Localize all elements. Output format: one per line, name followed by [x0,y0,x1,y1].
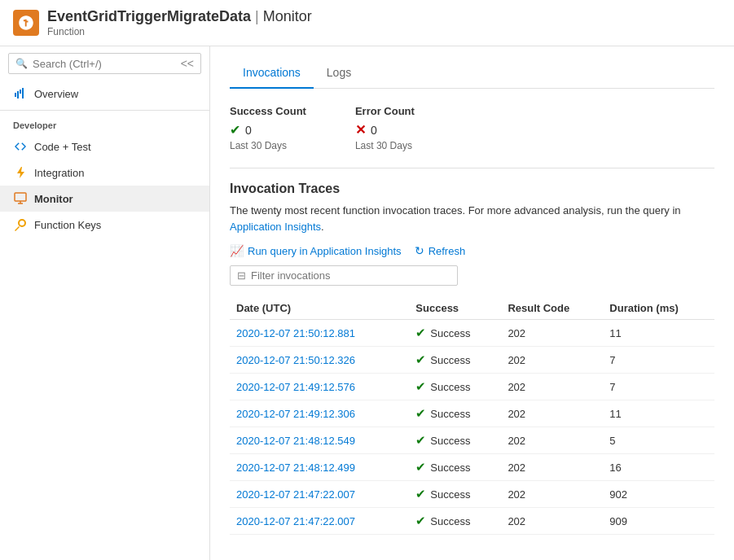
date-cell[interactable]: 2020-12-07 21:50:12.326 [230,347,409,374]
error-count-block: Error Count ✕ 0 Last 30 Days [355,105,415,151]
run-query-button[interactable]: 📈 Run query in Application Insights [230,244,402,257]
stats-row: Success Count ✔ 0 Last 30 Days Error Cou… [230,105,714,151]
success-cell: ✔ Success [409,400,501,427]
duration-cell: 7 [603,347,714,374]
refresh-button[interactable]: ↻ Refresh [415,244,466,257]
sidebar-item-overview[interactable]: Overview [0,81,209,107]
error-period: Last 30 Days [355,140,415,151]
result-code-cell: 202 [501,427,603,454]
tab-invocations[interactable]: Invocations [230,59,314,89]
check-icon: ✔ [415,460,426,475]
duration-cell: 5 [603,427,714,454]
check-icon: ✔ [415,352,426,367]
search-icon: 🔍 [15,58,28,69]
sidebar-item-function-keys-label: Function Keys [34,219,101,231]
table-row: 2020-12-07 21:49:12.306 ✔ Success 202 11 [230,400,714,427]
col-success: Success [409,297,501,320]
date-cell[interactable]: 2020-12-07 21:48:12.499 [230,454,409,481]
date-cell[interactable]: 2020-12-07 21:48:12.549 [230,427,409,454]
sidebar-item-code-test-label: Code + Test [34,141,91,153]
check-icon: ✔ [415,379,426,394]
code-icon [13,139,28,154]
svg-rect-0 [15,193,26,201]
result-code-cell: 202 [501,454,603,481]
refresh-icon: ↻ [415,244,424,257]
page-subtitle: Function [47,26,312,37]
sidebar-item-monitor-label: Monitor [34,193,73,205]
date-cell[interactable]: 2020-12-07 21:47:22.007 [230,508,409,535]
check-icon: ✔ [415,326,426,340]
collapse-button[interactable]: << [181,57,194,70]
table-row: 2020-12-07 21:47:22.007 ✔ Success 202 90… [230,481,714,508]
chart-icon [13,86,28,101]
check-icon: ✔ [415,514,426,528]
result-code-cell: 202 [501,374,603,400]
page-title: EventGridTriggerMigrateData | Monitor [47,8,312,25]
table-row: 2020-12-07 21:47:22.007 ✔ Success 202 90… [230,508,714,535]
sidebar-item-overview-label: Overview [34,88,78,100]
date-cell[interactable]: 2020-12-07 21:49:12.576 [230,374,409,400]
monitor-icon [13,191,28,206]
run-query-icon: 📈 [230,244,244,257]
tab-logs[interactable]: Logs [314,59,364,89]
table-row: 2020-12-07 21:49:12.576 ✔ Success 202 7 [230,374,714,400]
sidebar-item-monitor[interactable]: Monitor [0,186,209,212]
invocations-table: Date (UTC) Success Result Code Duration … [230,297,714,535]
app-insights-link[interactable]: Application Insights [230,221,321,233]
col-duration: Duration (ms) [603,297,714,320]
function-icon [13,10,39,36]
success-cell: ✔ Success [409,481,501,508]
error-count-value: ✕ 0 [355,122,415,138]
filter-input[interactable] [251,269,451,282]
success-icon: ✔ [230,122,240,138]
page-header: EventGridTriggerMigrateData | Monitor Fu… [0,0,734,46]
main-content: Invocations Logs Success Count ✔ 0 Last … [210,46,734,560]
key-icon [13,217,28,232]
table-row: 2020-12-07 21:48:12.549 ✔ Success 202 5 [230,427,714,454]
search-input[interactable] [33,58,181,70]
table-row: 2020-12-07 21:50:12.326 ✔ Success 202 7 [230,347,714,374]
success-count-value: ✔ 0 [230,122,306,138]
table-row: 2020-12-07 21:48:12.499 ✔ Success 202 16 [230,454,714,481]
success-cell: ✔ Success [409,374,501,400]
success-cell: ✔ Success [409,508,501,535]
sidebar: 🔍 << Overview Developer Code + Test Inte… [0,46,210,560]
developer-section-label: Developer [0,114,209,133]
table-row: 2020-12-07 21:50:12.881 ✔ Success 202 11 [230,320,714,347]
invocation-toolbar: 📈 Run query in Application Insights ↻ Re… [230,244,714,257]
bolt-icon [13,165,28,180]
duration-cell: 11 [603,320,714,347]
duration-cell: 902 [603,481,714,508]
check-icon: ✔ [415,406,426,421]
duration-cell: 7 [603,374,714,400]
invocation-traces-title: Invocation Traces [230,182,714,196]
search-box[interactable]: 🔍 << [8,53,201,74]
date-cell[interactable]: 2020-12-07 21:50:12.881 [230,320,409,347]
duration-cell: 11 [603,400,714,427]
check-icon: ✔ [415,487,426,501]
result-code-cell: 202 [501,508,603,535]
result-code-cell: 202 [501,320,603,347]
error-icon: ✕ [355,122,366,138]
col-date: Date (UTC) [230,297,409,320]
success-cell: ✔ Success [409,427,501,454]
filter-box[interactable]: ⊟ [230,265,458,286]
date-cell[interactable]: 2020-12-07 21:47:22.007 [230,481,409,508]
check-icon: ✔ [415,433,426,448]
success-count-block: Success Count ✔ 0 Last 30 Days [230,105,306,151]
invocation-traces-desc: The twenty most recent function invocati… [230,203,714,234]
error-count-label: Error Count [355,105,415,117]
sidebar-item-integration[interactable]: Integration [0,160,209,186]
result-code-cell: 202 [501,481,603,508]
duration-cell: 16 [603,454,714,481]
date-cell[interactable]: 2020-12-07 21:49:12.306 [230,400,409,427]
success-cell: ✔ Success [409,347,501,374]
sidebar-item-code-test[interactable]: Code + Test [0,133,209,160]
stats-divider [230,168,714,168]
invocation-traces-section: Invocation Traces The twenty most recent… [230,182,714,535]
success-cell: ✔ Success [409,320,501,347]
sidebar-item-function-keys[interactable]: Function Keys [0,212,209,238]
success-period: Last 30 Days [230,140,306,151]
sidebar-item-integration-label: Integration [34,167,84,179]
result-code-cell: 202 [501,347,603,374]
